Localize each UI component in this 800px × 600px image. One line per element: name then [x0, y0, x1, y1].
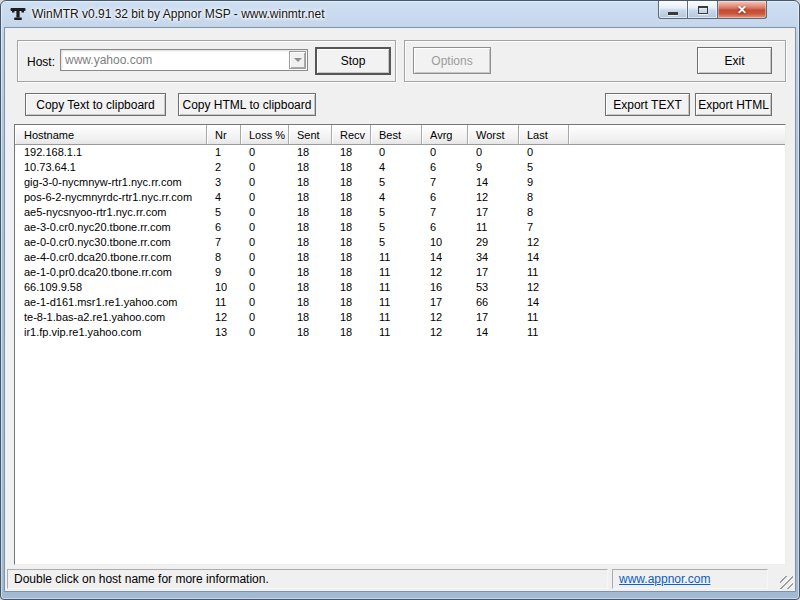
cell-nr: 13 [207, 325, 241, 340]
cell-last: 9 [519, 175, 569, 190]
trace-results-list[interactable]: HostnameNrLoss %SentRecvBestAvrgWorstLas… [14, 124, 786, 565]
cell-hostname: ae-4-0.cr0.dca20.tbone.rr.com [15, 250, 207, 265]
cell-best: 11 [371, 310, 422, 325]
cell-sent: 18 [289, 295, 332, 310]
cell-hostname: ae-0-0.cr0.nyc30.tbone.rr.com [15, 235, 207, 250]
column-header-best[interactable]: Best [371, 125, 422, 145]
table-row[interactable]: ae-0-0.cr0.nyc30.tbone.rr.com70181851029… [15, 235, 785, 250]
cell-avrg: 7 [422, 205, 468, 220]
cell-best: 5 [371, 220, 422, 235]
options-button: Options [413, 47, 491, 74]
cell-sent: 18 [289, 220, 332, 235]
status-message-pane: Double click on host name for more infor… [7, 569, 608, 589]
status-link-pane: www.appnor.com [612, 569, 768, 589]
cell-worst: 17 [468, 265, 519, 280]
combobox-dropdown-button[interactable] [289, 51, 306, 69]
cell-hostname: te-8-1.bas-a2.re1.yahoo.com [15, 310, 207, 325]
cell-hostname: ir1.fp.vip.re1.yahoo.com [15, 325, 207, 340]
table-row[interactable]: ae-1-d161.msr1.re1.yahoo.com110181811176… [15, 295, 785, 310]
cell-sent: 18 [289, 160, 332, 175]
hop-list: 192.168.1.1101818000010.73.64.1201818469… [15, 145, 785, 564]
table-row[interactable]: 10.73.64.12018184695 [15, 160, 785, 175]
resize-grip[interactable] [780, 576, 793, 589]
cell-worst: 53 [468, 280, 519, 295]
column-header-hostname[interactable]: Hostname [15, 125, 207, 145]
maximize-icon [698, 6, 708, 14]
table-row[interactable]: 66.109.9.58100181811165312 [15, 280, 785, 295]
cell-last: 14 [519, 250, 569, 265]
exit-button[interactable]: Exit [697, 47, 772, 74]
cell-avrg: 12 [422, 325, 468, 340]
export-html-button[interactable]: Export HTML [695, 93, 772, 116]
cell-avrg: 10 [422, 235, 468, 250]
column-header-avrg[interactable]: Avrg [422, 125, 468, 145]
column-header-nr[interactable]: Nr [207, 125, 241, 145]
cell-best: 4 [371, 190, 422, 205]
cell-nr: 4 [207, 190, 241, 205]
column-header-worst[interactable]: Worst [468, 125, 519, 145]
stop-button[interactable]: Stop [315, 47, 391, 75]
cell-avrg: 12 [422, 265, 468, 280]
cell-sent: 18 [289, 310, 332, 325]
copy-html-button[interactable]: Copy HTML to clipboard [178, 93, 316, 116]
host-combobox[interactable]: www.yahoo.com [60, 49, 308, 71]
export-text-button[interactable]: Export TEXT [605, 93, 690, 116]
cell-loss: 0 [241, 220, 289, 235]
cell-last: 0 [519, 145, 569, 160]
cell-sent: 18 [289, 250, 332, 265]
cell-sent: 18 [289, 280, 332, 295]
column-header-sent[interactable]: Sent [289, 125, 332, 145]
cell-loss: 0 [241, 145, 289, 160]
cell-hostname: 66.109.9.58 [15, 280, 207, 295]
appnor-link[interactable]: www.appnor.com [619, 572, 710, 586]
cell-recv: 18 [332, 235, 371, 250]
cell-best: 11 [371, 265, 422, 280]
cell-nr: 7 [207, 235, 241, 250]
table-row[interactable]: ae-1-0.pr0.dca20.tbone.rr.com90181811121… [15, 265, 785, 280]
cell-loss: 0 [241, 325, 289, 340]
table-row[interactable]: ae5-nycsnyoo-rtr1.nyc.rr.com50181857178 [15, 205, 785, 220]
table-row[interactable]: ir1.fp.vip.re1.yahoo.com130181811121411 [15, 325, 785, 340]
cell-avrg: 6 [422, 190, 468, 205]
cell-last: 11 [519, 325, 569, 340]
cell-worst: 14 [468, 175, 519, 190]
window-title: WinMTR v0.91 32 bit by Appnor MSP - www.… [32, 7, 325, 21]
cell-worst: 66 [468, 295, 519, 310]
title-bar[interactable]: WinMTR v0.91 32 bit by Appnor MSP - www.… [1, 1, 799, 27]
client-area: Host: www.yahoo.com Stop Options Exit Co… [4, 27, 796, 592]
cell-loss: 0 [241, 175, 289, 190]
cell-loss: 0 [241, 160, 289, 175]
cell-nr: 10 [207, 280, 241, 295]
table-row[interactable]: te-8-1.bas-a2.re1.yahoo.com1201818111217… [15, 310, 785, 325]
cell-last: 5 [519, 160, 569, 175]
cell-recv: 18 [332, 220, 371, 235]
cell-worst: 11 [468, 220, 519, 235]
copy-text-button[interactable]: Copy Text to clipboard [25, 93, 166, 116]
column-header-last[interactable]: Last [519, 125, 569, 145]
cell-loss: 0 [241, 265, 289, 280]
cell-last: 12 [519, 280, 569, 295]
host-value[interactable]: www.yahoo.com [65, 53, 285, 67]
close-button[interactable]: ✕ [718, 1, 767, 19]
cell-best: 5 [371, 235, 422, 250]
table-row[interactable]: ae-3-0.cr0.nyc20.tbone.rr.com60181856117 [15, 220, 785, 235]
table-row[interactable]: gig-3-0-nycmnyw-rtr1.nyc.rr.com301818571… [15, 175, 785, 190]
cell-worst: 29 [468, 235, 519, 250]
cell-hostname: ae-1-d161.msr1.re1.yahoo.com [15, 295, 207, 310]
cell-best: 11 [371, 295, 422, 310]
cell-worst: 9 [468, 160, 519, 175]
maximize-button[interactable] [688, 1, 718, 19]
minimize-button[interactable] [658, 1, 688, 19]
winmtr-app-icon[interactable] [10, 7, 26, 21]
cell-avrg: 16 [422, 280, 468, 295]
table-row[interactable]: pos-6-2-nycmnyrdc-rtr1.nyc.rr.com4018184… [15, 190, 785, 205]
table-row[interactable]: 192.168.1.11018180000 [15, 145, 785, 160]
column-header-loss[interactable]: Loss % [241, 125, 289, 145]
cell-sent: 18 [289, 265, 332, 280]
cell-nr: 1 [207, 145, 241, 160]
table-row[interactable]: ae-4-0.cr0.dca20.tbone.rr.com80181811143… [15, 250, 785, 265]
column-header-recv[interactable]: Recv [332, 125, 371, 145]
cell-last: 8 [519, 190, 569, 205]
close-icon: ✕ [737, 3, 747, 17]
status-message: Double click on host name for more infor… [14, 572, 269, 586]
